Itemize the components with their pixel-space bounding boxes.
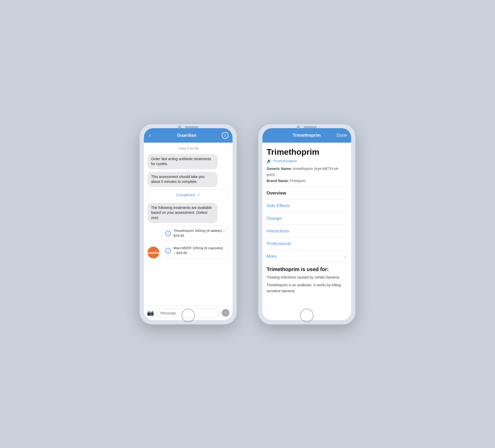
phone-left: ‹ Guardian i Today 9:46 AM Order fast ac… bbox=[139, 124, 237, 325]
nav-item-side-effects[interactable]: Side Effects bbox=[262, 200, 351, 212]
phone-right-speaker bbox=[303, 126, 317, 128]
chat-header: ‹ Guardian i bbox=[144, 128, 233, 143]
info-icon-label-1: i bbox=[168, 232, 168, 235]
drug-screen: Trimethoprim Done Trimethoprim 🔊 Pronunc… bbox=[262, 128, 351, 320]
brand-name-value: Proloprim bbox=[290, 179, 306, 183]
completed-label: Completed bbox=[176, 193, 195, 197]
info-icon: i bbox=[225, 133, 226, 137]
more-label: More bbox=[267, 254, 277, 259]
drug-header-section: Trimethoprim 🔊 Pronunciation Generic Nam… bbox=[262, 143, 351, 187]
phone-left-camera bbox=[178, 126, 181, 129]
phone-left-top-bar bbox=[178, 126, 198, 129]
treatment-text-2: MacroBID® 100mg (6 capsules) – $29.95 bbox=[174, 246, 225, 256]
guardian-avatar: guardian bbox=[147, 247, 159, 258]
chat-timestamp: Today 9:46 AM bbox=[147, 147, 229, 150]
done-button[interactable]: Done bbox=[336, 133, 347, 138]
used-for-text-2: Trimethoprim is an antibiotic. It works … bbox=[267, 282, 347, 294]
camera-icon[interactable]: 📷 bbox=[147, 309, 154, 316]
treatment-info-icon-2[interactable]: i bbox=[165, 248, 171, 254]
drug-meta: Generic Name: trimethoprim (trye-METH-oh… bbox=[267, 166, 347, 184]
send-button[interactable]: ↑ bbox=[222, 309, 229, 317]
used-for-text-1: Treating infections caused by certain ba… bbox=[267, 274, 347, 280]
treatment-option-1[interactable]: i Trimethoprim 200mg (6 tablets) – $29.9… bbox=[161, 226, 229, 241]
used-for-title: Trimethoprim is used for: bbox=[267, 266, 347, 272]
nav-item-professional[interactable]: Professional bbox=[262, 238, 351, 250]
nav-item-dosage[interactable]: Dosage bbox=[262, 212, 351, 225]
more-row[interactable]: More ⌄ bbox=[262, 250, 351, 263]
treatments-column: i Trimethoprim 200mg (6 tablets) – $29.9… bbox=[161, 226, 229, 259]
nav-item-overview[interactable]: Overview bbox=[262, 187, 351, 199]
completed-row[interactable]: Completed ✓ bbox=[147, 190, 229, 200]
info-button[interactable]: i bbox=[222, 132, 228, 139]
chat-bubble-1: Order fast acting antibiotic treatments … bbox=[147, 154, 218, 169]
phone-right-home-button[interactable] bbox=[300, 309, 314, 322]
info-icon-label-2: i bbox=[168, 249, 168, 252]
chat-screen: ‹ Guardian i Today 9:46 AM Order fast ac… bbox=[144, 128, 233, 320]
treatment-option-2[interactable]: i MacroBID® 100mg (6 capsules) – $29.95 bbox=[161, 243, 229, 258]
chat-header-title: Guardian bbox=[152, 133, 222, 138]
treatment-text-1: Trimethoprim 200mg (6 tablets) – $29.95 bbox=[174, 229, 225, 238]
speaker-icon: 🔊 bbox=[267, 158, 272, 163]
select-message-bubble: The following treatments are available b… bbox=[147, 203, 218, 223]
pronunciation-row[interactable]: 🔊 Pronunciation bbox=[267, 158, 347, 163]
phone-left-screen: ‹ Guardian i Today 9:46 AM Order fast ac… bbox=[144, 128, 233, 320]
phone-right: Trimethoprim Done Trimethoprim 🔊 Pronunc… bbox=[258, 124, 356, 325]
phone-right-screen: Trimethoprim Done Trimethoprim 🔊 Pronunc… bbox=[262, 128, 351, 320]
treatment-info-icon-1[interactable]: i bbox=[165, 231, 171, 236]
treatment-options-row: guardian i Trimethoprim 200mg (6 tablets… bbox=[147, 226, 229, 259]
check-icon: ✓ bbox=[197, 192, 200, 197]
back-button[interactable]: ‹ bbox=[148, 132, 152, 138]
drug-body: Trimethoprim 🔊 Pronunciation Generic Nam… bbox=[262, 143, 351, 320]
drug-title: Trimethoprim bbox=[267, 147, 347, 157]
brand-name-label: Brand Name: bbox=[267, 179, 289, 183]
chat-bubble-2: This assessment should take you about 5 … bbox=[147, 172, 218, 187]
send-icon: ↑ bbox=[225, 311, 227, 315]
chevron-down-icon: ⌄ bbox=[344, 254, 347, 259]
phones-container: ‹ Guardian i Today 9:46 AM Order fast ac… bbox=[139, 124, 356, 325]
phone-left-speaker bbox=[185, 126, 198, 128]
chat-body: Today 9:46 AM Order fast acting antibiot… bbox=[144, 143, 233, 306]
nav-item-interactions[interactable]: Interactions bbox=[262, 225, 351, 237]
drug-header-title: Trimethoprim bbox=[277, 133, 336, 138]
phone-left-home-button[interactable] bbox=[182, 309, 195, 322]
phone-right-top-bar bbox=[297, 126, 317, 129]
phone-right-camera bbox=[297, 126, 300, 129]
generic-name-label: Generic Name: bbox=[267, 167, 292, 171]
pronunciation-label: Pronunciation bbox=[273, 159, 297, 163]
used-for-section: Trimethoprim is used for: Treating infec… bbox=[262, 263, 351, 299]
drug-header: Trimethoprim Done bbox=[262, 128, 351, 143]
